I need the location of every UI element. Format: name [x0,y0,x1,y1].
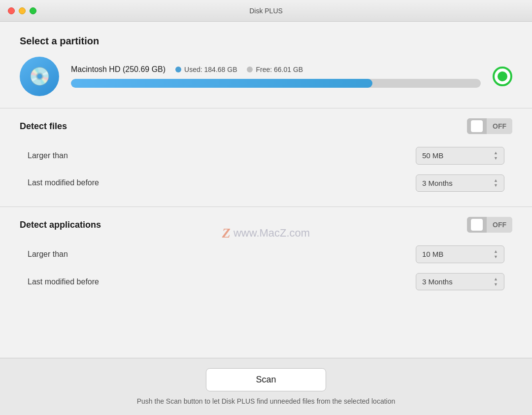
detect-apps-last-modified-select[interactable]: 3 Months ▲ ▼ [416,273,504,291]
detect-apps-larger-than-arrows: ▲ ▼ [494,249,498,260]
maximize-button[interactable] [30,7,36,14]
stepper-up-apps-modified: ▲ [494,277,498,282]
main-content: Select a partition 💿 Macintosh HD (250.6… [0,22,532,415]
stepper-down-files-modified: ▼ [494,183,498,188]
stepper-down-apps-modified: ▼ [494,282,498,287]
selected-indicator[interactable] [493,67,512,86]
used-label: Used: 184.68 GB [184,66,237,73]
toggle-knob-apps [471,219,483,231]
detect-files-larger-than-value: 50 MB [422,151,443,160]
disk-icon: 💿 [29,66,51,87]
detect-apps-toggle[interactable]: OFF [467,217,512,233]
close-button[interactable] [8,7,15,14]
detect-files-larger-than-select[interactable]: 50 MB ▲ ▼ [416,147,504,165]
scan-button[interactable]: Scan [206,368,326,391]
detect-files-larger-than-label: Larger than [28,151,68,160]
detect-apps-larger-than-row: Larger than 10 MB ▲ ▼ [20,241,512,268]
toggle-switch-files[interactable] [467,118,487,134]
detect-files-last-modified-select[interactable]: 3 Months ▲ ▼ [416,174,504,192]
detect-apps-last-modified-value: 3 Months [422,277,453,286]
minimize-button[interactable] [19,7,26,14]
detect-files-last-modified-arrows: ▲ ▼ [494,178,498,189]
title-bar: Disk PLUS [0,0,532,22]
detect-apps-section: Detect applications OFF Larger than 10 M… [0,207,532,305]
partition-section: Select a partition 💿 Macintosh HD (250.6… [0,22,532,108]
detect-apps-larger-than-value: 10 MB [422,250,443,258]
detect-apps-title: Detect applications [20,220,101,230]
detect-apps-larger-than-label: Larger than [28,250,68,259]
stepper-up-files-larger: ▲ [494,150,498,156]
detect-apps-toggle-label: OFF [487,217,512,233]
detect-files-last-modified-value: 3 Months [422,179,453,187]
stepper-up-apps-larger: ▲ [494,249,498,254]
detect-apps-header: Detect applications OFF [20,217,512,233]
stepper-down-files-larger: ▼ [494,156,498,161]
disk-bar-used [71,79,372,88]
detect-files-larger-than-arrows: ▲ ▼ [494,150,498,161]
bottom-hint: Push the Scan button to let Disk PLUS fi… [137,397,396,405]
window-title: Disk PLUS [249,7,283,15]
free-label: Free: 66.01 GB [256,66,303,73]
partition-name-row: Macintosh HD (250.69 GB) Used: 184.68 GB… [71,65,481,74]
detect-files-section: Detect files OFF Larger than 50 MB ▲ ▼ [0,108,532,207]
detect-files-last-modified-label: Last modified before [28,178,99,187]
detect-files-toggle-label: OFF [487,118,512,134]
disk-icon-container: 💿 [20,57,59,96]
detect-apps-larger-than-select[interactable]: 10 MB ▲ ▼ [416,245,504,263]
detect-files-larger-than-row: Larger than 50 MB ▲ ▼ [20,142,512,170]
free-dot [247,67,253,72]
stepper-up-files-modified: ▲ [494,178,498,183]
free-stat: Free: 66.01 GB [247,66,303,73]
sections-middle: Z www.MacZ.com Detect files OFF Larger t… [0,108,532,358]
detect-apps-last-modified-arrows: ▲ ▼ [494,277,498,287]
traffic-lights [8,7,36,14]
detect-apps-last-modified-row: Last modified before 3 Months ▲ ▼ [20,268,512,296]
toggle-switch-apps[interactable] [467,217,487,233]
detect-files-last-modified-row: Last modified before 3 Months ▲ ▼ [20,170,512,197]
partition-section-title: Select a partition [20,35,512,47]
detect-apps-last-modified-label: Last modified before [28,277,99,286]
disk-bar-container [71,79,481,88]
partition-row: 💿 Macintosh HD (250.69 GB) Used: 184.68 … [20,57,512,96]
stepper-down-apps-larger: ▼ [494,254,498,260]
toggle-knob-files [471,120,483,132]
detect-files-toggle[interactable]: OFF [467,118,512,134]
detect-files-title: Detect files [20,121,67,132]
partition-info: Macintosh HD (250.69 GB) Used: 184.68 GB… [71,65,481,88]
partition-name: Macintosh HD (250.69 GB) [71,65,166,74]
used-stat: Used: 184.68 GB [175,66,237,73]
bottom-bar: Scan Push the Scan button to let Disk PL… [0,358,532,415]
selected-indicator-inner [498,71,507,81]
detect-files-header: Detect files OFF [20,118,512,134]
used-dot [175,67,181,72]
